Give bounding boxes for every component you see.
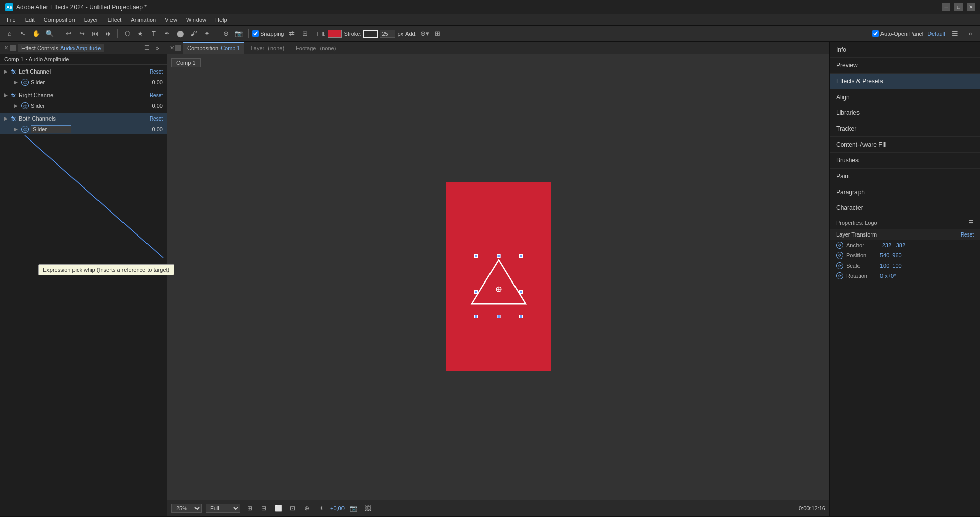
viewer-fit[interactable]: ⊞ (244, 503, 255, 513)
menu-view[interactable]: View (161, 16, 181, 24)
anchor-tool[interactable]: ⊕ (220, 28, 231, 39)
handle-bc[interactable] (497, 315, 500, 318)
panel-menu-btn[interactable]: ☰ (144, 44, 150, 51)
position-label: Position (846, 252, 877, 258)
maximize-button[interactable]: □ (954, 3, 963, 11)
properties-header: Properties: Logo ☰ (830, 216, 980, 229)
menu-animation[interactable]: Animation (127, 16, 160, 24)
viewer-mask[interactable]: ⬜ (273, 503, 283, 513)
select-tool[interactable]: ↖ (17, 28, 29, 39)
viewer-3d[interactable]: ⊡ (287, 503, 298, 513)
handle-bl[interactable] (474, 315, 478, 318)
left-slider-expand[interactable]: ▶ (14, 80, 19, 85)
toolbar-right: Auto-Open Panel Default ☰ » (872, 28, 976, 39)
comp-close-btn[interactable]: ✕ (170, 45, 174, 51)
effects-presets-panel-item[interactable]: Effects & Presets (830, 74, 980, 89)
clone-tool[interactable]: ✦ (201, 28, 212, 39)
proportional-grid[interactable]: ⊞ (300, 28, 311, 39)
zoom-tool[interactable]: 🔍 (44, 28, 55, 39)
menu-effect[interactable]: Effect (103, 16, 126, 24)
effect-controls-header: ✕ Effect Controls Audio Amplitude ☰ » (0, 42, 167, 54)
left-channel-expand[interactable]: ▶ (4, 69, 9, 74)
character-panel-item[interactable]: Character (830, 200, 980, 216)
info-panel-item[interactable]: Info (830, 42, 980, 58)
menu-layer[interactable]: Layer (80, 16, 103, 24)
layer-transform-reset[interactable]: Reset (961, 232, 974, 238)
left-channel-reset[interactable]: Reset (150, 69, 163, 75)
paint-panel-item[interactable]: Paint (830, 169, 980, 184)
brushes-panel-item[interactable]: Brushes (830, 153, 980, 169)
close-button[interactable]: ✕ (967, 3, 975, 11)
paragraph-panel-item[interactable]: Paragraph (830, 184, 980, 200)
position-y-value[interactable]: 960 (892, 252, 901, 258)
tracker-panel-item[interactable]: Tracker (830, 121, 980, 137)
take-snapshot[interactable]: 📷 (349, 503, 359, 513)
viewer-reset-exposure[interactable]: ☀ (316, 503, 326, 513)
menu-file[interactable]: File (3, 16, 20, 24)
zoom-select[interactable]: 25% 50% 100% (172, 504, 202, 513)
comp-name-label[interactable]: Comp 1 (172, 58, 201, 67)
text-tool[interactable]: T (148, 28, 159, 39)
libraries-panel-item[interactable]: Libraries (830, 105, 980, 121)
left-channel-fx: fx (11, 69, 16, 75)
step-back[interactable]: ⏮ (89, 28, 101, 39)
workspace-menu[interactable]: ☰ (949, 28, 961, 39)
content-aware-fill-panel-item[interactable]: Content-Aware Fill (830, 137, 980, 153)
menu-edit[interactable]: Edit (21, 16, 39, 24)
position-x-value[interactable]: 540 (880, 252, 889, 258)
menu-composition[interactable]: Composition (40, 16, 79, 24)
stroke-color[interactable] (363, 30, 378, 38)
panel-close-btn[interactable]: ✕ (4, 45, 8, 51)
minimize-button[interactable]: ─ (942, 3, 950, 11)
menu-window[interactable]: Window (182, 16, 210, 24)
star-tool[interactable]: ★ (135, 28, 146, 39)
pen-tool[interactable]: ✒ (161, 28, 173, 39)
composition-tab[interactable]: Composition Comp 1 (183, 42, 244, 54)
step-forward[interactable]: ⏭ (103, 28, 114, 39)
effect-controls-tab[interactable]: Effect Controls Audio Amplitude (18, 44, 104, 52)
anchor-x-value[interactable]: -232 (880, 242, 891, 248)
stroke-width-input[interactable] (380, 30, 395, 38)
auto-open-checkbox[interactable] (872, 30, 879, 37)
properties-menu[interactable]: ☰ (969, 219, 974, 226)
preview-panel-item[interactable]: Preview (830, 58, 980, 74)
add-extra[interactable]: ⊞ (432, 28, 444, 39)
panel-expand[interactable]: » (152, 42, 163, 54)
right-channel-fx: fx (11, 92, 16, 98)
align-panel-item[interactable]: Align (830, 89, 980, 105)
rotation-value[interactable]: 0 x+0° (880, 273, 896, 279)
viewer-channels[interactable]: ⊕ (302, 503, 312, 513)
fill-color[interactable] (328, 30, 342, 38)
hand-tool[interactable]: ✋ (31, 28, 42, 39)
quality-select[interactable]: Full Half Quarter (206, 504, 240, 513)
paint-tool[interactable]: 🖌 (188, 28, 199, 39)
scale-x-value[interactable]: 100 (880, 263, 889, 269)
handle-br[interactable] (519, 315, 523, 318)
comp-canvas (446, 182, 551, 371)
both-channels-expand[interactable]: ▶ (4, 116, 9, 121)
camera-tool[interactable]: 📷 (233, 28, 244, 39)
menu-help[interactable]: Help (211, 16, 231, 24)
scale-y-value[interactable]: 100 (892, 263, 901, 269)
home-button[interactable]: ⌂ (4, 28, 15, 39)
snapping-checkbox[interactable] (252, 30, 259, 37)
show-snapshot[interactable]: 🖼 (363, 503, 373, 513)
snapping-icon[interactable]: ⇄ (286, 28, 298, 39)
redo-button[interactable]: ↪ (76, 28, 87, 39)
triangle-shape[interactable] (469, 249, 528, 315)
right-channel-reset[interactable]: Reset (150, 92, 163, 98)
right-slider-expand[interactable]: ▶ (14, 103, 19, 108)
menu-bar: File Edit Composition Layer Effect Anima… (0, 14, 980, 26)
both-slider-input[interactable] (31, 125, 71, 133)
mask-tool[interactable]: ⬤ (175, 28, 186, 39)
both-channels-reset[interactable]: Reset (150, 116, 163, 122)
right-channel-expand[interactable]: ▶ (4, 92, 9, 98)
both-slider-expand[interactable]: ▶ (14, 127, 19, 132)
undo-button[interactable]: ↩ (63, 28, 74, 39)
viewer-grid[interactable]: ⊟ (259, 503, 269, 513)
extend-toolbar[interactable]: » (965, 28, 976, 39)
add-dropdown[interactable]: ⊕▾ (419, 28, 430, 39)
shape-tool[interactable]: ⬡ (121, 28, 133, 39)
workspace-default[interactable]: Default (927, 31, 945, 37)
anchor-y-value[interactable]: -382 (894, 242, 905, 248)
